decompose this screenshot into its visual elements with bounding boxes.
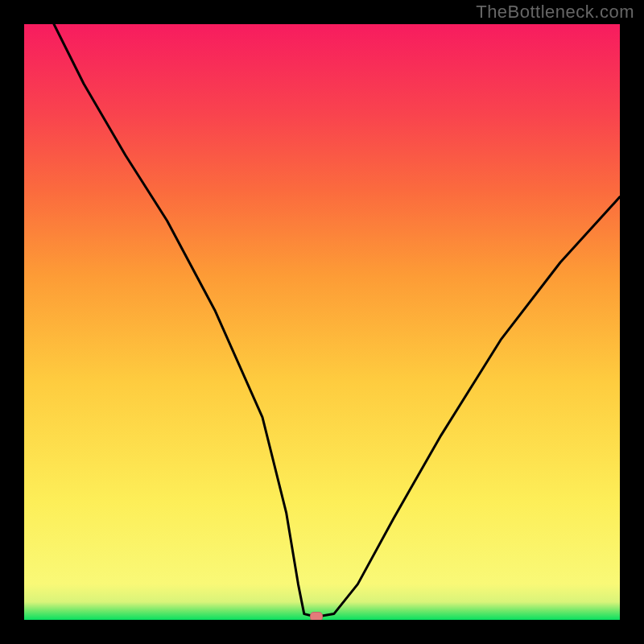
plot-area [24, 24, 620, 620]
bottleneck-curve [24, 24, 620, 620]
chart-frame: TheBottleneck.com [0, 0, 644, 644]
watermark-text: TheBottleneck.com [476, 2, 634, 23]
minimum-marker [310, 612, 323, 620]
